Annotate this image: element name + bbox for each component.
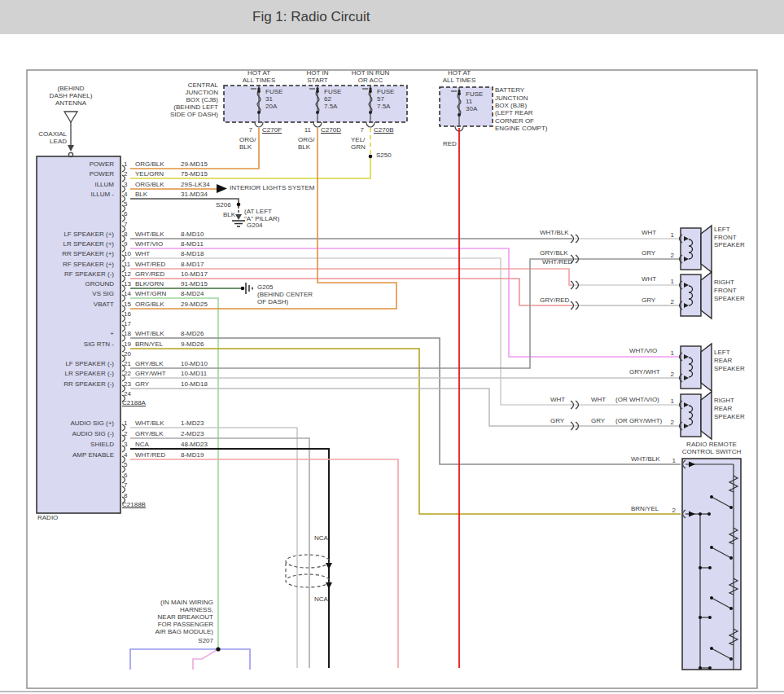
label-speakers-3-p1: 1 xyxy=(666,398,674,405)
label-radio-pins_a-7-n: 8 xyxy=(124,231,127,238)
right-rear-speaker-icon xyxy=(681,392,712,439)
label-cjb-fuses-1-pin: 11 xyxy=(290,126,311,134)
label-radio-pins_a-8-n: 9 xyxy=(124,240,127,248)
label-radio-pins_a-8-c: WHT/VIO xyxy=(135,240,163,248)
label-radio-pins_a-20-k: 10-MD10 xyxy=(181,360,208,367)
label-radio-pins_a-22-c: GRY xyxy=(135,380,149,388)
label-radio-pins_a-0-f: POWER xyxy=(37,160,114,168)
label-radio-pins_a-0-c: ORG/BLK xyxy=(135,160,164,168)
label-radio-pins_a-18-f: SIG RTN - xyxy=(37,340,114,348)
bottom-divider xyxy=(0,691,784,692)
label-radio-pins_b-3-f: AMP ENABLE xyxy=(37,451,114,459)
label-grounds-g205_note2: OF DASH) xyxy=(257,298,288,305)
label-radio-pins_a-14-c: ORG/BLK xyxy=(135,301,164,308)
label-radio-pins_a-12-n: 13 xyxy=(124,280,131,288)
label-wire_labels-lr1: WHT/VIO xyxy=(629,347,657,354)
label-radio-pins_a-22-f: RR SPEAKER (-) xyxy=(37,380,114,388)
label-radio-label: RADIO xyxy=(37,514,58,521)
label-antenna-note1: (BEHIND xyxy=(46,85,95,92)
label-radio-pins_a-10-k: 8-MD17 xyxy=(181,261,204,268)
label-radio-pins_b-3-c: WHT/RED xyxy=(135,451,165,459)
label-wire_labels-lf2r: GRY xyxy=(642,249,655,257)
label-cjb-name_lines-1: JUNCTION xyxy=(145,89,218,96)
label-radio-pins_a-7-k: 8-MD10 xyxy=(181,231,204,238)
label-cjb-fuses-1-conn[interactable]: C270D xyxy=(321,126,341,134)
label-cjb-fuses-1-l3: 7.5A xyxy=(324,103,337,110)
label-radio-pins_a-0-n: 1 xyxy=(124,160,127,168)
label-radio-pins_a-10-c: WHT/RED xyxy=(135,261,165,268)
label-radio-conn_a[interactable]: C2188A xyxy=(122,399,146,406)
label-radio-pins_b-3-n: 4 xyxy=(124,451,127,459)
label-radio-pins_a-14-f: VBATT xyxy=(37,301,114,308)
label-radio-pins_a-11-n: 12 xyxy=(124,270,131,278)
label-radio-pins_a-22-n: 23 xyxy=(124,380,131,388)
label-radio-pins_b-0-n: 1 xyxy=(124,419,127,427)
label-radio-pins_a-9-k: 8-MD18 xyxy=(181,250,204,257)
label-radio-pins_a-3-f: ILLUM - xyxy=(37,191,114,198)
label-speakers-2-name2: REAR xyxy=(714,357,732,364)
label-bjb-name_lines-3: (LEFT REAR xyxy=(495,109,533,116)
label-wire_labels-rf2r: GRY xyxy=(642,296,655,304)
label-radio-conn_b[interactable]: C2188B xyxy=(122,501,146,508)
label-cjb-name_lines-0: CENTRAL xyxy=(145,81,218,89)
label-cjb-fuses-2-l2: 57 xyxy=(377,95,384,103)
label-cjb-fuses-2-conn[interactable]: C270B xyxy=(374,126,393,134)
label-speakers-1-p1: 1 xyxy=(666,278,674,285)
label-wire_labels-rr1c: (OR WHT/VIO) xyxy=(615,396,659,403)
label-wire_labels-rr2c: (OR GRY/WHT) xyxy=(615,417,662,424)
label-wire_labels-rrcs2: BRN/YEL xyxy=(631,505,659,512)
label-wire_labels-rf1: WHT/RED xyxy=(542,258,572,266)
label-radio-pins_a-2-k: 29S-LK34 xyxy=(181,181,210,188)
label-cjb-fuses-0-l1: FUSE xyxy=(265,88,283,95)
label-radio-pins_a-11-k: 10-MD17 xyxy=(181,270,208,278)
label-radio-pins_b-2-f: SHIELD xyxy=(37,441,114,448)
label-speakers-0-name2: FRONT xyxy=(714,234,737,241)
label-cjb-fuses-0-l2: 31 xyxy=(265,95,273,103)
label-antenna-note2: DASH PANEL) xyxy=(46,92,95,99)
label-radio-pins_a-21-c: GRY/WHT xyxy=(135,370,166,377)
label-cjb-fuses-2-pin: 7 xyxy=(343,126,364,134)
label-speakers-1-name3: SPEAKER xyxy=(714,295,745,302)
label-radio-pins_a-9-f: RR SPEAKER (+) xyxy=(37,250,114,257)
label-speakers-0-p2: 2 xyxy=(666,252,674,259)
label-speakers-2-name3: SPEAKER xyxy=(714,365,745,372)
label-radio-pins_a-8-f: LR SPEAKER (+) xyxy=(37,240,114,248)
label-speakers-1-name1: RIGHT xyxy=(714,279,734,286)
label-radio-pins_b-1-n: 2 xyxy=(124,430,127,437)
label-cjb-fuses-0-conn[interactable]: C270F xyxy=(262,126,282,134)
label-speakers-0-name1: LEFT xyxy=(714,226,730,233)
label-radio-pins_b-3-k: 8-MD19 xyxy=(181,451,204,459)
label-radio-pins_a-2-c: ORG/BLK xyxy=(135,181,164,188)
label-wire_labels-rf1r: WHT xyxy=(642,275,656,283)
label-speakers-2-p2: 2 xyxy=(666,371,674,378)
label-radio-pins_a-10-f: RF SPEAKER (+) xyxy=(37,261,114,268)
label-radio-pins_a-0-k: 29-MD15 xyxy=(181,160,208,168)
label-radio-pins_a-16-n: 17 xyxy=(124,320,131,327)
label-harness-note_lines-1: HARNESS, xyxy=(132,606,213,613)
label-rrcs-title2: CONTROL SWITCH xyxy=(681,448,742,455)
label-rrcs-p1: 1 xyxy=(668,457,676,464)
left-front-speaker-icon xyxy=(681,226,712,272)
label-radio-pins_b-2-k: 48-MD23 xyxy=(181,441,208,448)
label-radio-pins_a-20-c: GRY/BLK xyxy=(135,360,164,367)
diagram-canvas xyxy=(0,0,784,694)
label-bjb-name_lines-1: JUNCTION xyxy=(495,94,528,102)
label-cjb-name_lines-2: BOX (CJB) xyxy=(145,96,218,103)
label-radio-pins_a-3-c: BLK xyxy=(135,191,147,198)
label-radio-pins_a-11-c: GRY/RED xyxy=(135,270,164,278)
label-radio-pins_a-2-f: ILLUM xyxy=(37,181,114,188)
label-radio-pins_b-1-k: 2-MD23 xyxy=(181,430,204,437)
label-radio-pins_a-18-c: BRN/YEL xyxy=(135,340,163,348)
label-radio-pins_a-23-n: 24 xyxy=(124,390,131,398)
label-radio-pins_a-13-n: 14 xyxy=(124,290,131,297)
label-radio-pins_a-11-f: RF SPEAKER (-) xyxy=(37,270,114,278)
label-harness-note_lines-3: FOR PASSENGER xyxy=(132,621,213,628)
label-wire_labels-rrcs1: WHT/BLK xyxy=(631,455,660,463)
label-wire_labels-rf2: GRY/RED xyxy=(540,296,569,304)
label-cjb-fuses-2-l3: 7.5A xyxy=(377,103,390,110)
label-radio-pins_a-5-n: 6 xyxy=(124,210,127,217)
label-speakers-2-name1: LEFT xyxy=(714,349,730,356)
label-radio-pins_a-21-n: 22 xyxy=(124,370,131,377)
label-cjb-fuses-2-l1: FUSE xyxy=(377,88,394,95)
label-radio-pins_b-0-f: AUDIO SIG (+) xyxy=(37,419,114,427)
